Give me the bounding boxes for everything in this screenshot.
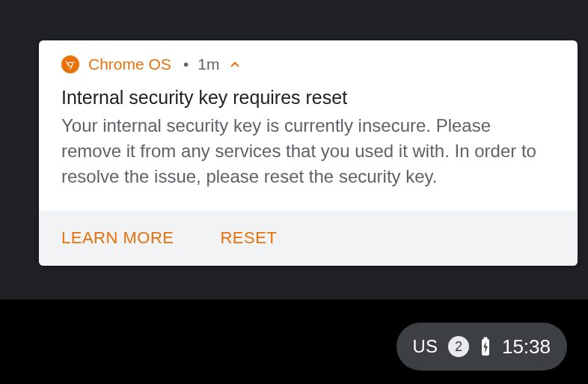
ime-indicator[interactable]: US: [413, 336, 438, 357]
notification-actions: LEARN MORE RESET: [39, 210, 578, 266]
learn-more-button[interactable]: LEARN MORE: [61, 228, 174, 248]
status-tray[interactable]: US 2 15:38: [396, 323, 567, 371]
notification-card: Chrome OS • 1m Internal security key req…: [39, 40, 578, 266]
notification-title: Internal security key requires reset: [61, 87, 555, 109]
notification-message: Your internal security key is currently …: [61, 113, 555, 189]
notification-count-badge[interactable]: 2: [448, 336, 469, 357]
reset-button[interactable]: RESET: [220, 228, 277, 248]
battery-charging-icon: [480, 337, 491, 356]
notification-header: Chrome OS • 1m: [61, 55, 555, 73]
svg-rect-2: [483, 338, 487, 340]
notification-app-name: Chrome OS: [88, 55, 171, 73]
notification-body: Chrome OS • 1m Internal security key req…: [39, 40, 578, 210]
notification-time: 1m: [197, 55, 219, 73]
clock[interactable]: 15:38: [502, 335, 551, 359]
notification-separator: •: [183, 55, 189, 73]
chevron-up-icon[interactable]: [228, 58, 242, 71]
chrome-os-icon: [61, 55, 79, 73]
